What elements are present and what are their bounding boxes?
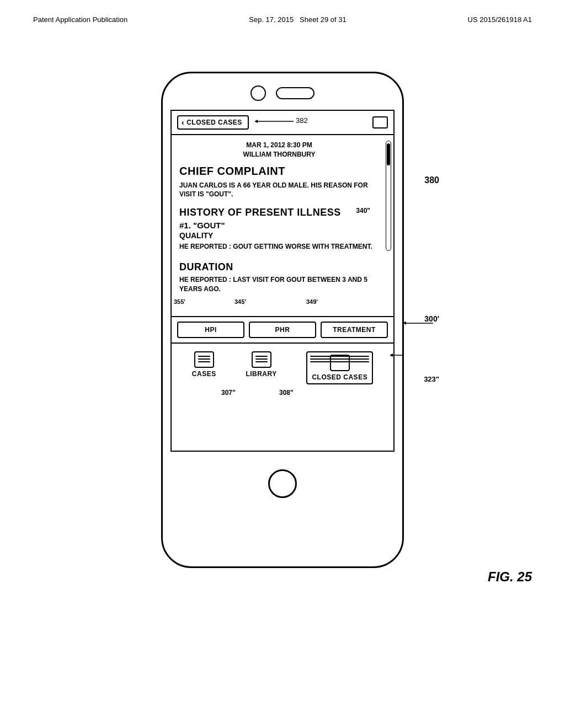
arrow-300 xyxy=(403,323,436,324)
header-left: Patent Application Publication xyxy=(33,15,127,24)
figure-label: FIG. 25 xyxy=(488,569,532,585)
label-355: 355' xyxy=(174,298,185,305)
nav-item-closed-cases[interactable]: CLOSED CASES xyxy=(306,351,373,384)
arrow-309 xyxy=(392,355,404,356)
phone-body: ‹ CLOSED CASES 382 MAR 1, 2012 8:30 PM xyxy=(161,72,404,568)
closed-cases-icon xyxy=(330,355,350,371)
scrollbar-thumb xyxy=(387,143,390,165)
arrow-382 xyxy=(257,121,295,122)
tab-treatment[interactable]: TREATMENT xyxy=(321,322,388,338)
label-345: 345' xyxy=(234,298,246,305)
chevron-left-icon: ‹ xyxy=(182,118,184,127)
duration-title: DURATION xyxy=(179,261,379,273)
nav-item-library[interactable]: LIBRARY xyxy=(246,351,276,378)
duration-body: HE REPORTED : LAST VISIT FOR GOUT BETWEE… xyxy=(179,275,379,294)
home-button[interactable] xyxy=(268,469,297,498)
chief-complaint-title: CHIEF COMPLAINT xyxy=(179,165,379,178)
label-382: 382 xyxy=(296,116,308,125)
date-text: MAR 1, 2012 8:30 PM xyxy=(179,141,379,150)
camera-icon xyxy=(250,85,266,101)
scrollbar[interactable] xyxy=(386,141,391,251)
library-icon xyxy=(252,351,271,368)
phone-bottom xyxy=(163,452,402,510)
cases-icon xyxy=(194,351,214,368)
phone-device: 380 300' 323" ‹ CLOSED CASES 382 xyxy=(161,72,404,568)
quality-body: HE REPORTED : GOUT GETTING WORSE WITH TR… xyxy=(179,242,379,251)
label-380: 380 xyxy=(424,175,439,185)
history-sub1: #1. "GOUT" xyxy=(179,221,379,230)
label-349: 349' xyxy=(306,298,318,305)
bottom-nav-wrapper: CASES LIBRARY xyxy=(172,342,393,387)
doctor-text: WILLIAM THORNBURY xyxy=(179,150,379,159)
content-scroll[interactable]: MAR 1, 2012 8:30 PM WILLIAM THORNBURY CH… xyxy=(172,135,393,316)
tab-bar: HPI PHR TREATMENT xyxy=(172,316,393,342)
main-content-area: ‹ CLOSED CASES 382 MAR 1, 2012 8:30 PM xyxy=(170,110,395,452)
closed-cases-label: CLOSED CASES xyxy=(312,373,367,381)
chief-complaint-body: JUAN CARLOS IS A 66 YEAR OLD MALE. HIS R… xyxy=(179,181,379,200)
phone-top xyxy=(163,73,402,110)
history-title: HISTORY OF PRESENT ILLNESS xyxy=(179,207,379,218)
nav-item-cases[interactable]: CASES xyxy=(192,351,216,378)
back-label: CLOSED CASES xyxy=(186,119,242,126)
label-307: 307" xyxy=(221,389,236,397)
label-340: 340" xyxy=(356,207,370,215)
tab-phr[interactable]: PHR xyxy=(249,322,316,338)
nav-icon[interactable] xyxy=(372,116,388,129)
cases-label: CASES xyxy=(192,370,216,378)
header-center: Sep. 17, 2015 Sheet 29 of 31 xyxy=(249,15,346,24)
label-300-prime: 300' xyxy=(424,314,439,323)
svg-marker-3 xyxy=(254,120,258,123)
bottom-nav: CASES LIBRARY xyxy=(172,342,393,387)
header-right: US 2015/261918 A1 xyxy=(468,15,532,24)
label-308: 308" xyxy=(279,389,294,397)
annotation-row: 355' 345' 349' xyxy=(179,298,379,308)
label-323: 323" xyxy=(424,375,439,383)
tab-hpi[interactable]: HPI xyxy=(177,322,244,338)
navigation-bar: ‹ CLOSED CASES 382 xyxy=(172,111,393,135)
quality-label: QUALITY xyxy=(179,231,379,240)
speaker-icon xyxy=(276,87,315,99)
scroll-container: MAR 1, 2012 8:30 PM WILLIAM THORNBURY CH… xyxy=(172,135,393,316)
patent-header: Patent Application Publication Sep. 17, … xyxy=(0,0,565,24)
date-doctor-header: MAR 1, 2012 8:30 PM WILLIAM THORNBURY xyxy=(179,141,379,159)
library-label: LIBRARY xyxy=(246,370,276,378)
back-button[interactable]: ‹ CLOSED CASES xyxy=(177,115,249,130)
